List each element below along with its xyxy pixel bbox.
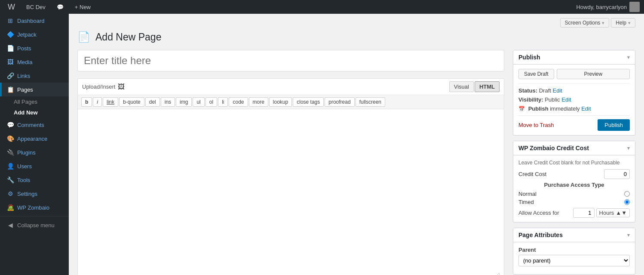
page-icon: 📄 bbox=[77, 31, 90, 43]
posts-icon: 📄 bbox=[7, 45, 14, 52]
preview-button[interactable]: Preview bbox=[557, 69, 630, 79]
jetpack-icon: 🔷 bbox=[7, 31, 14, 38]
screen-options-button[interactable]: Screen Options ▾ bbox=[560, 18, 610, 28]
tab-visual[interactable]: Visual bbox=[449, 81, 474, 92]
links-icon: 🔗 bbox=[7, 72, 14, 79]
page-attributes-panel-header[interactable]: Page Attributes ▾ bbox=[513, 228, 635, 242]
visibility-edit-link[interactable]: Edit bbox=[561, 96, 571, 103]
tab-html[interactable]: HTML bbox=[475, 81, 500, 92]
normal-radio[interactable] bbox=[624, 191, 630, 197]
zombaio-panel-body: Leave Credit Cost blank for not Purchasa… bbox=[513, 155, 635, 222]
parent-row: Parent (no parent) bbox=[518, 247, 630, 266]
editor-textarea[interactable] bbox=[82, 114, 500, 264]
move-to-trash-link[interactable]: Move to Trash bbox=[518, 122, 554, 128]
credit-cost-input[interactable] bbox=[604, 169, 630, 179]
timed-radio[interactable] bbox=[624, 199, 630, 205]
editor-btn-more[interactable]: more bbox=[249, 97, 268, 107]
adminbar-site-name[interactable]: BC Dev bbox=[23, 0, 49, 14]
page-title-input[interactable] bbox=[77, 50, 504, 71]
wp-logo[interactable]: W bbox=[4, 3, 18, 12]
publish-schedule: 📅 Publish immediately Edit bbox=[518, 105, 630, 112]
page-attributes-panel: Page Attributes ▾ Parent (no parent) bbox=[513, 228, 635, 275]
editor-btn-ins[interactable]: ins bbox=[161, 97, 175, 107]
editor-btn-li[interactable]: li bbox=[218, 97, 228, 107]
sidebar-item-jetpack[interactable]: 🔷 Jetpack bbox=[0, 28, 69, 41]
sidebar-item-comments[interactable]: 💬 Comments bbox=[0, 118, 69, 132]
sidebar-item-media[interactable]: 🖼 Media bbox=[0, 55, 69, 69]
editor-btn-code[interactable]: code bbox=[229, 97, 248, 107]
publish-button[interactable]: Publish bbox=[598, 119, 630, 131]
editor-buttons-bar: b i link b-quote del ins img ul ol li co… bbox=[78, 95, 504, 109]
editor-area: Upload/Insert 🖼 Visual HTML b i link b-q… bbox=[77, 78, 504, 275]
editor-btn-ol[interactable]: ol bbox=[205, 97, 217, 107]
pages-icon: 📋 bbox=[7, 86, 14, 93]
sidebar-collapse-menu[interactable]: ◀ Collapse menu bbox=[0, 218, 69, 232]
editor-btn-link[interactable]: link bbox=[103, 97, 118, 107]
credit-cost-row: Credit Cost bbox=[518, 169, 630, 179]
hours-input[interactable] bbox=[573, 208, 595, 218]
publish-panel: Publish ▾ Save Draft Preview Status: Dra… bbox=[513, 50, 635, 136]
editor-btn-del[interactable]: del bbox=[145, 97, 160, 107]
sidebar-item-appearance[interactable]: 🎨 Appearance bbox=[0, 132, 69, 145]
calendar-icon: 📅 bbox=[518, 106, 525, 112]
editor-btn-i[interactable]: i bbox=[93, 97, 102, 107]
media-icon: 🖼 bbox=[7, 59, 14, 65]
hours-dropdown-arrow: ▲▼ bbox=[616, 210, 627, 216]
upload-icon[interactable]: 🖼 bbox=[118, 83, 125, 91]
sidebar-item-links[interactable]: 🔗 Links bbox=[0, 69, 69, 83]
editor-content[interactable] bbox=[78, 109, 504, 270]
sidebar-item-plugins[interactable]: 🔌 Plugins bbox=[0, 145, 69, 159]
editor-tabs: Visual HTML bbox=[449, 81, 500, 92]
resize-handle[interactable]: ⊿ bbox=[495, 271, 500, 275]
editor-btn-img[interactable]: img bbox=[176, 97, 192, 107]
hours-dropdown[interactable]: Hours ▲▼ bbox=[596, 208, 630, 217]
save-draft-button[interactable]: Save Draft bbox=[518, 69, 554, 79]
sidebar-add-new[interactable]: Add New bbox=[0, 107, 69, 118]
wp-zombaio-icon: 🧟 bbox=[7, 204, 14, 211]
editor-toolbar: Upload/Insert 🖼 Visual HTML bbox=[78, 79, 504, 95]
allow-access-row: Allow Access for Hours ▲▼ bbox=[518, 208, 630, 218]
publish-panel-chevron: ▾ bbox=[627, 55, 630, 60]
status-edit-link[interactable]: Edit bbox=[552, 87, 562, 94]
help-chevron: ▾ bbox=[628, 20, 631, 26]
editor-btn-bquote[interactable]: b-quote bbox=[119, 97, 144, 107]
sidebar-all-pages[interactable]: All Pages bbox=[0, 96, 69, 107]
sidebar-item-tools[interactable]: 🔧 Tools bbox=[0, 173, 69, 187]
sidebar-item-posts[interactable]: 📄 Posts bbox=[0, 41, 69, 55]
sidebar-label-appearance: Appearance bbox=[17, 136, 47, 142]
zombaio-panel-chevron: ▾ bbox=[627, 145, 630, 151]
adminbar-new-item[interactable]: + New bbox=[71, 0, 94, 14]
editor-btn-b[interactable]: b bbox=[81, 97, 92, 107]
parent-label: Parent bbox=[518, 247, 630, 253]
publish-schedule-edit-link[interactable]: Edit bbox=[581, 105, 591, 112]
adminbar-comments-icon[interactable]: 💬 bbox=[53, 0, 67, 14]
parent-select[interactable]: (no parent) bbox=[518, 255, 630, 266]
right-sidebar: Publish ▾ Save Draft Preview Status: Dra… bbox=[513, 50, 635, 275]
sidebar-item-pages[interactable]: 📋 Pages bbox=[0, 83, 69, 96]
editor-btn-ul[interactable]: ul bbox=[193, 97, 204, 107]
editor-btn-lookup[interactable]: lookup bbox=[269, 97, 292, 107]
sidebar-label-tools: Tools bbox=[17, 177, 30, 183]
zombaio-panel-header[interactable]: WP Zombaio Credit Cost ▾ bbox=[513, 141, 635, 155]
page-header: 📄 Add New Page bbox=[77, 31, 635, 43]
editor-btn-close-tags[interactable]: close tags bbox=[293, 97, 324, 107]
upload-insert[interactable]: Upload/Insert 🖼 bbox=[82, 83, 125, 91]
sidebar-item-settings[interactable]: ⚙ Settings bbox=[0, 187, 69, 201]
editor-btn-fullscreen[interactable]: fullscreen bbox=[356, 97, 385, 107]
sidebar-collapse-label: Collapse menu bbox=[17, 222, 55, 229]
sidebar-item-dashboard[interactable]: ⊞ Dashboard bbox=[0, 14, 69, 28]
sidebar-label-dashboard: Dashboard bbox=[17, 18, 45, 24]
sidebar-item-users[interactable]: 👤 Users bbox=[0, 159, 69, 173]
purchase-access-type-label: Purchase Access Type bbox=[518, 182, 630, 188]
editor-btn-proofread[interactable]: proofread bbox=[325, 97, 354, 107]
sidebar-item-wp-zombaio[interactable]: 🧟 WP Zombaio bbox=[0, 201, 69, 214]
help-button[interactable]: Help ▾ bbox=[611, 18, 635, 28]
sidebar-label-media: Media bbox=[17, 59, 32, 65]
dashboard-icon: ⊞ bbox=[7, 17, 14, 24]
page-title: Add New Page bbox=[95, 31, 161, 43]
publish-panel-header[interactable]: Publish ▾ bbox=[513, 50, 635, 65]
publish-panel-body: Save Draft Preview Status: Draft Edit Vi… bbox=[513, 65, 635, 135]
publish-bottom: Move to Trash Publish bbox=[518, 119, 630, 131]
comments-icon: 💬 bbox=[7, 121, 14, 128]
sidebar-label-users: Users bbox=[17, 163, 32, 170]
